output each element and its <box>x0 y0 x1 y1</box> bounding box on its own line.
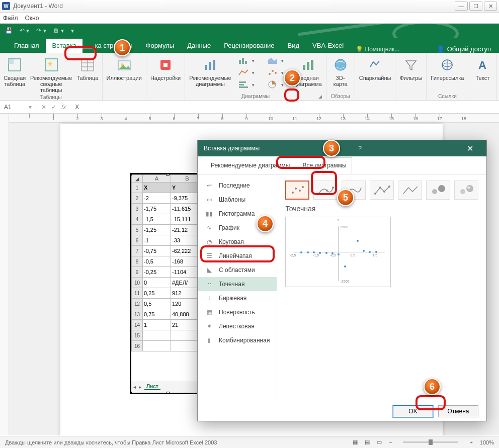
text-button[interactable]: AТекст <box>472 55 492 81</box>
table-row[interactable]: 130,7540,888 <box>132 309 204 320</box>
subtype-scatter-smooth-markers[interactable] <box>313 181 338 200</box>
zoom-level[interactable]: 100% <box>480 439 494 445</box>
category-scatter[interactable]: ⠒Точечная <box>198 277 277 291</box>
recommended-charts-button[interactable]: Рекомендуемые диаграммы <box>189 55 231 87</box>
dialog-help-icon[interactable]: ? <box>353 145 368 152</box>
share-icon: 👤 <box>437 45 445 53</box>
table-row[interactable]: 14121 <box>132 320 204 330</box>
zoom-slider[interactable] <box>403 441 458 443</box>
table-row[interactable]: 6-1-33 <box>132 235 204 246</box>
category-pie[interactable]: ◔Круговая <box>198 235 277 249</box>
view-web-icon[interactable]: ▭ <box>377 439 382 445</box>
tab-review[interactable]: Рецензирование <box>218 39 280 53</box>
tab-data[interactable]: Данные <box>181 39 217 53</box>
recommended-pivot-button[interactable]: Рекомендуемые сводные таблицы <box>29 55 73 93</box>
category-combo[interactable]: ⫿Комбинированная <box>198 333 277 347</box>
undo-icon[interactable]: ↶ ▾ <box>20 27 29 34</box>
tab-home[interactable]: Главная <box>8 39 45 53</box>
subtype-scatter-straight-markers[interactable] <box>370 181 394 200</box>
zoom-out-icon[interactable]: − <box>389 439 392 445</box>
minimize-button[interactable]: — <box>455 2 468 11</box>
zoom-in-icon[interactable]: + <box>469 439 472 445</box>
view-print-icon[interactable]: ▤ <box>365 439 370 445</box>
illustrations-button[interactable]: Иллюстрации <box>107 55 142 81</box>
table-row[interactable]: 100#ДЕЛ/ <box>132 278 204 288</box>
menu-window[interactable]: Окно <box>25 15 39 22</box>
table-row[interactable]: 16 <box>132 341 204 351</box>
sheet-tabs[interactable]: ◂▸ Лист <box>131 382 204 392</box>
name-box[interactable]: A1 ▾ <box>0 101 36 113</box>
category-templates[interactable]: ▭Шаблоны <box>198 193 277 207</box>
tab-view[interactable]: Вид <box>282 39 306 53</box>
hyperlink-button[interactable]: Гиперссылка <box>431 55 464 81</box>
tab-formulas[interactable]: Формулы <box>140 39 181 53</box>
category-stock[interactable]: ⫶Биржевая <box>198 291 277 305</box>
table-row[interactable]: 4-1,5-15,111 <box>132 214 204 225</box>
table-row[interactable]: 3-1,75-11,615 <box>132 204 204 214</box>
line-icon: ∿ <box>205 224 214 231</box>
enter-icon[interactable]: ✓ <box>51 104 56 111</box>
svg-point-48 <box>432 189 437 194</box>
sparklines-button[interactable]: Спарклайны <box>359 55 391 81</box>
pivot-table-button[interactable]: Сводная таблица <box>4 55 25 87</box>
table-row[interactable]: 1XY <box>132 183 204 193</box>
share-button[interactable]: 👤 Общий доступ <box>437 45 491 53</box>
category-radar[interactable]: ✶Лепестковая <box>198 319 277 333</box>
chart-column-icon[interactable]: ▾ <box>235 55 261 66</box>
subtype-bubble-3d[interactable] <box>454 181 478 200</box>
cancel-button[interactable]: Отмена <box>438 405 478 417</box>
tab-insert[interactable]: Вставка <box>46 39 82 53</box>
table-row[interactable]: 2-2-9,375 <box>132 193 204 204</box>
subtype-scatter-straight[interactable] <box>398 181 422 200</box>
subtype-bubble[interactable] <box>426 181 450 200</box>
subtype-title: Точечная <box>285 205 478 213</box>
category-area[interactable]: ◣С областями <box>198 263 277 277</box>
table-row[interactable]: 8-0,5-168 <box>132 256 204 267</box>
sheet-tab[interactable]: Лист <box>144 384 160 390</box>
formula-input[interactable]: X <box>71 104 499 111</box>
fx-icon[interactable]: fx <box>61 104 66 111</box>
tab-vba[interactable]: VBA-Excel <box>306 39 350 53</box>
subtype-scatter[interactable] <box>285 181 309 200</box>
menu-file[interactable]: Файл <box>3 15 18 22</box>
table-row[interactable]: 9-0,25-1104 <box>132 267 204 278</box>
surface-icon: ▦ <box>205 309 214 316</box>
callout-5: 5 <box>337 189 354 206</box>
addins-button[interactable]: Надстройки <box>150 55 181 81</box>
charts-launcher-icon[interactable]: ◢ <box>318 94 322 99</box>
tell-me[interactable]: 💡 Помощник... <box>356 46 399 53</box>
chart-line-icon[interactable]: ▾ <box>235 67 261 78</box>
status-bar: Дважды щелкните или дважды коснитесь, чт… <box>0 436 499 448</box>
dialog-close-icon[interactable]: ✕ <box>460 144 480 153</box>
tab-all-charts[interactable]: Все диаграммы <box>297 157 352 173</box>
save-icon[interactable]: 💾 <box>5 27 13 34</box>
table-button[interactable]: Таблица <box>77 55 98 81</box>
table-row[interactable]: 120,5120 <box>132 299 204 309</box>
chart-area-icon[interactable]: ▾ <box>265 55 290 66</box>
maximize-button[interactable]: ☐ <box>469 2 482 11</box>
table-row[interactable]: 110,25912 <box>132 288 204 299</box>
svg-rect-15 <box>242 58 244 64</box>
embedded-excel[interactable]: ◢AB 1XY2-2-9,3753-1,75-11,6154-1,5-15,11… <box>130 173 205 394</box>
tab-recommended-charts[interactable]: Рекомендуемые диаграммы <box>206 158 295 173</box>
close-button[interactable]: ✕ <box>484 2 497 11</box>
map3d-button[interactable]: 3D- карта <box>330 55 351 87</box>
chart-preview[interactable]: Y2500-2500-2,5-1,5-0,50,51,5 <box>285 217 391 287</box>
category-bar[interactable]: ☰Линейчатая <box>198 249 277 263</box>
qat-more-icon[interactable]: ▾ <box>71 27 74 34</box>
filters-button[interactable]: Фильтры <box>399 55 422 81</box>
category-surface[interactable]: ▦Поверхность <box>198 305 277 319</box>
ok-button[interactable]: OK <box>393 405 433 417</box>
cancel-icon[interactable]: ✕ <box>41 104 46 111</box>
view-read-icon[interactable]: ▦ <box>353 439 358 445</box>
radar-icon: ✶ <box>205 323 214 330</box>
category-recent[interactable]: ↩Последние <box>198 178 277 193</box>
quick-access-toolbar: 💾 ↶ ▾ ↷ ▾ 🗎 ▾ ▾ <box>0 24 499 38</box>
qat-doc-icon[interactable]: 🗎 ▾ <box>53 27 64 34</box>
table-row[interactable]: 5-1,25-21,12 <box>132 225 204 235</box>
column-icon: ▮▮ <box>205 210 214 217</box>
redo-icon[interactable]: ↷ ▾ <box>36 27 46 34</box>
chart-bar-icon[interactable]: ▾ <box>235 79 261 90</box>
table-row[interactable]: 15 <box>132 330 204 341</box>
table-row[interactable]: 7-0,75-62,222 <box>132 246 204 256</box>
